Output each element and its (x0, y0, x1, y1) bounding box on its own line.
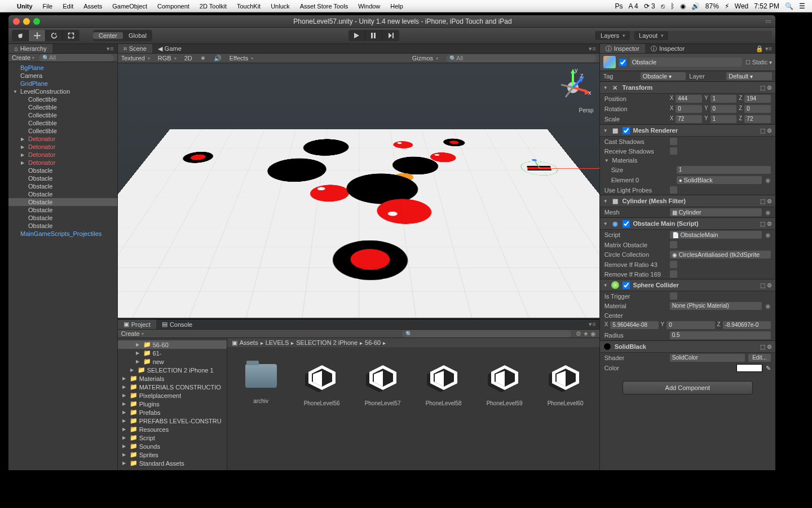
game-tab[interactable]: ◀ Game (152, 44, 187, 53)
battery-icon[interactable]: ⚡︎ (725, 2, 729, 10)
menu-edit[interactable]: Edit (63, 3, 73, 10)
asset-item[interactable]: PhoneLevel59 (484, 364, 525, 406)
menu-assets[interactable]: Assets (83, 3, 102, 10)
layer-dropdown[interactable]: Default ▾ (726, 72, 772, 80)
pos-x[interactable]: 444 (676, 95, 702, 103)
hierarchy-item[interactable]: Collectible (8, 119, 117, 127)
hierarchy-item[interactable]: Obstacle (8, 206, 117, 214)
project-tree-item[interactable]: ▶📁 61- (118, 349, 227, 357)
project-tree-item[interactable]: ▶📁 Plugins (118, 400, 227, 408)
console-tab[interactable]: ▤ Console (156, 319, 198, 329)
project-tree-item[interactable]: ▶📁 MATERIALS CONSTRUCTIO (118, 383, 227, 391)
hierarchy-item[interactable]: Camera (8, 72, 117, 80)
rot-z[interactable]: 0 (744, 105, 771, 113)
project-breadcrumb[interactable]: ▣ Assets ▸ LEVELS ▸ SELECTION 2 iPhone ▸… (227, 338, 599, 347)
scene-view[interactable]: /* grid drawn below via JS */ (118, 63, 599, 319)
project-tree-item[interactable]: ▶📁 PREFABS LEVEL-CONSTRU (118, 417, 227, 425)
hierarchy-item[interactable]: Obstacle (8, 167, 117, 174)
cloud-sync-icon[interactable]: ⟳ 3 (644, 2, 655, 10)
hierarchy-item[interactable]: Collectible (8, 103, 117, 111)
scale-x[interactable]: 72 (676, 115, 702, 123)
eyedropper-icon[interactable]: ✎ (766, 365, 771, 372)
layers-dropdown[interactable]: Layers (596, 31, 630, 40)
bluetooth-icon[interactable]: ᛒ (670, 2, 674, 10)
pivot-center[interactable]: Center (93, 32, 123, 39)
project-menu-icon[interactable]: ▾≡ (585, 319, 599, 329)
menu-unluck[interactable]: Unluck (271, 3, 290, 10)
menu-2dtoolkit[interactable]: 2D Toolkit (200, 3, 227, 10)
hierarchy-item[interactable]: Obstacle (8, 214, 117, 222)
radius-field[interactable]: 0.5 (670, 331, 771, 339)
volume-icon[interactable]: 🔊 (691, 2, 700, 10)
orientation-gizmo[interactable]: x y z (553, 68, 593, 107)
spotlight-icon[interactable]: 🔍 (785, 2, 793, 10)
mesh-field[interactable]: ▦ Cylinder (670, 208, 762, 216)
center-x[interactable]: 5.960464e-08 (610, 321, 658, 329)
audio-toggle[interactable]: 🔊 (214, 55, 222, 62)
rotate-tool[interactable] (46, 30, 63, 41)
menu-assetstore[interactable]: Asset Store Tools (300, 3, 348, 10)
scale-y[interactable]: 1 (710, 115, 737, 123)
hierarchy-item[interactable]: ▼LevelConstruction (8, 87, 117, 95)
is-trigger-checkbox[interactable] (670, 292, 677, 300)
script-field[interactable]: 📄 ObstacleMain (670, 231, 762, 239)
menu-component[interactable]: Component (157, 3, 189, 10)
power-icon[interactable]: ⎋ (661, 2, 665, 10)
clock-time[interactable]: 7:52 PM (754, 2, 779, 10)
pause-button[interactable] (365, 30, 382, 41)
asset-item[interactable]: archiv (241, 364, 281, 404)
project-tree-item[interactable]: ▶📁 Resources (118, 425, 227, 433)
scale-tool[interactable] (63, 30, 80, 41)
hierarchy-item[interactable]: GridPlane (8, 80, 117, 87)
panel-menu-icon[interactable]: ▾≡ (103, 44, 117, 53)
scale-z[interactable]: 72 (744, 115, 771, 123)
project-search[interactable]: 🔍 (402, 330, 571, 338)
material-slot-0[interactable]: ● SolidBlack (677, 176, 762, 184)
transform-component[interactable]: ▼⤫Transform⬚ ⚙ (600, 81, 775, 94)
remove-43-checkbox[interactable] (670, 261, 677, 268)
hierarchy-item[interactable]: ▶Detonator (8, 159, 117, 167)
hierarchy-item[interactable]: Collectible (8, 127, 117, 135)
project-tree-item[interactable]: ▶📁 Sprites (118, 450, 227, 459)
circle-collection-field[interactable]: ◉ CirclesAntialiased (tk2dSprite (670, 251, 771, 259)
pivot-toggle[interactable]: Center Global (93, 30, 152, 41)
zoom-button[interactable] (33, 18, 40, 25)
obstacle-disk[interactable] (442, 138, 466, 146)
hierarchy-item[interactable]: Obstacle (8, 198, 117, 206)
project-tree-item[interactable]: ▶📁 SELECTION 2 iPhone 1 (118, 366, 227, 374)
shading-mode[interactable]: Textured (121, 55, 150, 62)
project-create[interactable]: Create (121, 330, 144, 337)
maximize-icon[interactable]: ▭ (765, 17, 771, 25)
play-button[interactable] (348, 30, 365, 41)
color-swatch[interactable] (736, 364, 762, 372)
hierarchy-item[interactable]: BgPlane (8, 64, 117, 72)
center-y[interactable]: 0 (667, 321, 714, 329)
inspector-tab-2[interactable]: ⓘ Inspector (645, 44, 690, 53)
scene-menu-icon[interactable]: ▾≡ (585, 44, 599, 53)
asset-item[interactable]: PhoneLevel56 (302, 364, 342, 406)
hierarchy-item[interactable]: MainGameScripts_Projectiles (8, 230, 117, 238)
light-probes-checkbox[interactable] (670, 186, 677, 194)
hierarchy-item[interactable]: Obstacle (8, 174, 117, 182)
menu-help[interactable]: Help (390, 3, 403, 10)
project-tree-item[interactable]: ▶📁 Sounds (118, 442, 227, 450)
pos-z[interactable]: 194 (744, 95, 771, 103)
pos-y[interactable]: 1 (710, 95, 737, 103)
material-header[interactable]: SolidBlack⬚ ⚙ (600, 340, 775, 353)
app-menu[interactable]: Unity (17, 3, 33, 10)
obstacle-disk[interactable] (331, 240, 410, 279)
asset-item[interactable]: PhoneLevel58 (423, 364, 464, 406)
menu-gameobject[interactable]: GameObject (112, 3, 147, 10)
project-tree-item[interactable]: ▶📁 Materials (118, 374, 227, 383)
pivot-global[interactable]: Global (123, 32, 152, 39)
project-tree-item[interactable]: ▶📁 Script (118, 433, 227, 442)
gizmos-dropdown[interactable]: Gizmos (412, 55, 438, 62)
hierarchy-list[interactable]: BgPlaneCameraGridPlane▼LevelConstruction… (8, 62, 117, 470)
hierarchy-item[interactable]: Obstacle (8, 190, 117, 198)
light-toggle[interactable]: ☀ (200, 55, 206, 62)
project-tree-item[interactable]: ▶📁 new (118, 357, 227, 366)
titlebar[interactable]: PhoneLevel57.unity - Unity 1.4 new level… (8, 15, 775, 28)
shader-edit-button[interactable]: Edit... (748, 354, 771, 362)
gameobject-name-field[interactable] (630, 58, 742, 67)
hierarchy-item[interactable]: Obstacle (8, 182, 117, 190)
